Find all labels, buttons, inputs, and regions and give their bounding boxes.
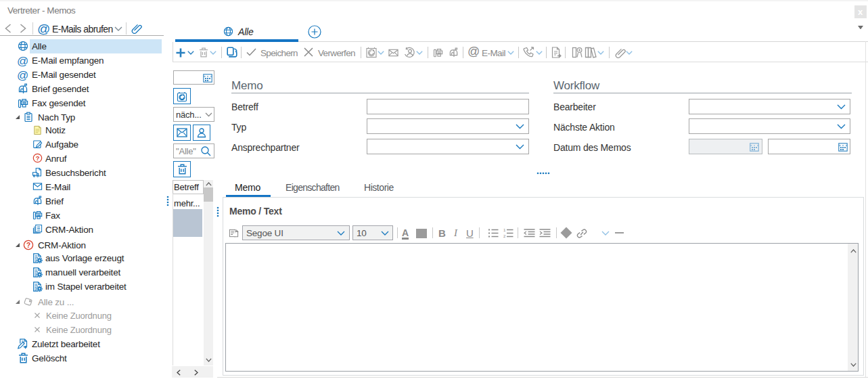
- svg-text:?: ?: [36, 155, 40, 162]
- svg-text:?: ?: [26, 242, 30, 249]
- svg-text:2: 2: [503, 234, 506, 238]
- svg-text:1: 1: [503, 229, 506, 232]
